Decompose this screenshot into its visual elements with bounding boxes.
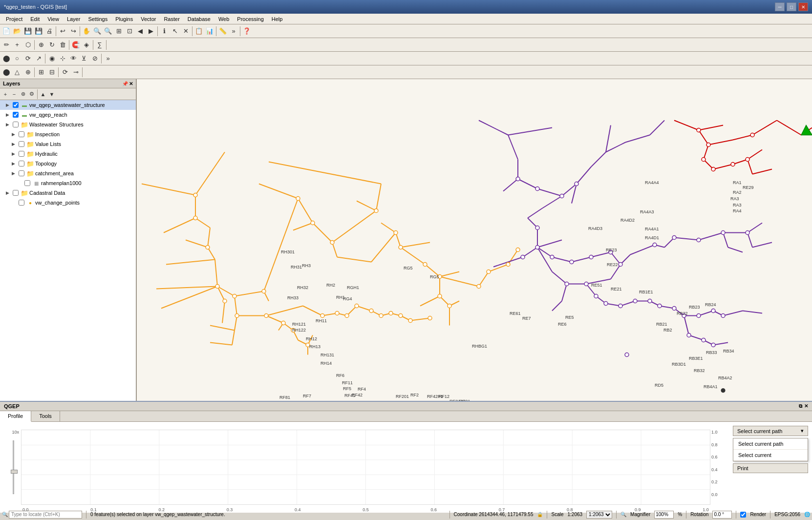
map-canvas[interactable]: RH301 RH31 RH3 RH2 RH1 RH32 RH33 RGH1 RG… xyxy=(137,79,812,401)
digitize-btn[interactable]: ✏ xyxy=(1,40,12,50)
help-btn[interactable]: ❓ xyxy=(241,26,252,37)
snap-toggle[interactable]: ◉ xyxy=(46,53,57,64)
more-btn[interactable]: » xyxy=(228,26,239,37)
layer-item-wastewater-structures-folder[interactable]: ▶ 📁 Wastewater Structures xyxy=(0,120,136,129)
layer-item-cadastral[interactable]: ▶ 📁 Cadastral Data xyxy=(0,188,136,198)
zoom-slider[interactable] xyxy=(10,440,17,494)
adv-btn5[interactable]: ⊟ xyxy=(46,67,57,78)
layer-visibility-checkbox[interactable] xyxy=(19,151,24,157)
print-button[interactable]: Print xyxy=(733,463,808,473)
layer-item-catchment[interactable]: ▶ 📁 catchment_area xyxy=(0,168,136,178)
remove-layer-btn[interactable]: − xyxy=(10,90,19,99)
expand-icon[interactable]: ▶ xyxy=(6,103,12,107)
layer-item-value-lists[interactable]: ▶ 📁 Value Lists xyxy=(0,139,136,149)
menu-edit[interactable]: Edit xyxy=(26,15,43,23)
menu-view[interactable]: View xyxy=(43,15,63,23)
expand-icon[interactable]: ▶ xyxy=(12,151,18,156)
eye-toggle[interactable]: 👁 xyxy=(68,53,79,64)
menu-plugins[interactable]: Plugins xyxy=(111,15,137,23)
close-button[interactable]: ✕ xyxy=(798,2,808,11)
layer-visibility-checkbox[interactable] xyxy=(19,161,24,166)
more-tools-btn[interactable]: » xyxy=(103,53,113,64)
maximize-button[interactable]: □ xyxy=(787,2,796,11)
zoom-layer-btn[interactable]: ⊡ xyxy=(124,26,135,37)
menu-processing[interactable]: Processing xyxy=(233,15,267,23)
menu-settings[interactable]: Settings xyxy=(84,15,111,23)
menu-layer[interactable]: Layer xyxy=(63,15,85,23)
minimize-button[interactable]: ─ xyxy=(775,2,785,11)
field-calc-btn[interactable]: ∑ xyxy=(94,40,105,50)
edit-node-btn[interactable]: ⬡ xyxy=(22,40,33,50)
menu-vector[interactable]: Vector xyxy=(137,15,160,23)
move-btn[interactable]: ⊕ xyxy=(36,40,46,50)
save-project-btn[interactable]: 💾 xyxy=(22,26,33,37)
adv-btn4[interactable]: ⊞ xyxy=(36,67,46,78)
qgep-panel-float-icon[interactable]: ⧉ xyxy=(799,403,802,409)
redo-btn[interactable]: ↪ xyxy=(68,26,79,37)
snap-btn[interactable]: 🧲 xyxy=(70,40,81,50)
move-layer-down-btn[interactable]: ▼ xyxy=(47,90,56,99)
qgep-btn3[interactable]: ⟳ xyxy=(22,53,33,64)
expand-icon[interactable]: ▶ xyxy=(6,122,12,127)
identify-btn[interactable]: ℹ xyxy=(159,26,170,37)
open-project-btn[interactable]: 📂 xyxy=(12,26,22,37)
delete-btn[interactable]: 🗑 xyxy=(57,40,68,50)
adv-btn2[interactable]: △ xyxy=(12,67,22,78)
zoom-next-btn[interactable]: ▶ xyxy=(146,26,156,37)
zoom-out-btn[interactable]: 🔍 xyxy=(103,26,113,37)
layers-close-icon[interactable]: ✕ xyxy=(129,81,133,86)
tab-profile[interactable]: Profile xyxy=(0,411,31,422)
expand-icon[interactable]: ▶ xyxy=(6,190,12,195)
adv-btn3[interactable]: ⊕ xyxy=(22,67,33,78)
menu-help[interactable]: Help xyxy=(268,15,287,23)
expand-icon[interactable]: ▶ xyxy=(12,161,18,166)
new-project-btn[interactable]: 📄 xyxy=(1,26,12,37)
adv-btn1[interactable]: ⬤ xyxy=(1,67,12,78)
layer-item-rahmenplan[interactable]: ▶ ▦ rahmenplan1000 xyxy=(0,178,136,188)
layer-visibility-checkbox[interactable] xyxy=(19,141,24,147)
menu-project[interactable]: Project xyxy=(2,15,26,23)
tab-tools[interactable]: Tools xyxy=(31,411,60,421)
layer-item-reach[interactable]: ▶ ▬ vw_qgep_reach xyxy=(0,110,136,120)
qgep-btn4[interactable]: ↗ xyxy=(33,53,44,64)
expand-icon[interactable]: ▶ xyxy=(12,132,18,137)
layer-visibility-checkbox[interactable] xyxy=(19,131,24,137)
filter-layer-btn[interactable]: ⊛ xyxy=(19,90,27,99)
menu-database[interactable]: Database xyxy=(184,15,214,23)
statistics-btn[interactable]: 📊 xyxy=(204,26,215,37)
measure-btn[interactable]: 📏 xyxy=(217,26,228,37)
layer-item-topology[interactable]: ▶ 📁 Topology xyxy=(0,159,136,168)
deselect-btn[interactable]: ✕ xyxy=(180,26,191,37)
cancel-toggle[interactable]: ⊘ xyxy=(89,53,100,64)
layer-visibility-checkbox[interactable] xyxy=(13,102,19,108)
layer-visibility-checkbox[interactable] xyxy=(19,170,24,176)
topology-btn[interactable]: ◈ xyxy=(81,40,92,50)
adv-btn7[interactable]: ⊸ xyxy=(70,67,81,78)
save-as-btn[interactable]: 💾 xyxy=(33,26,44,37)
add-layer-btn[interactable]: + xyxy=(1,90,10,99)
settings-layer-btn[interactable]: ⚙ xyxy=(27,90,36,99)
move-layer-up-btn[interactable]: ▲ xyxy=(39,90,47,99)
dropdown-item-select-path[interactable]: Select current path xyxy=(733,438,808,450)
expand-icon[interactable]: ▶ xyxy=(6,112,12,117)
zoom-prev-btn[interactable]: ◀ xyxy=(135,26,146,37)
expand-icon[interactable]: ▶ xyxy=(12,142,18,146)
layer-item-wastewater-structure[interactable]: ▶ ▬ vw_qgep_wastewater_structure xyxy=(0,100,136,110)
layer-item-change-points[interactable]: ▶ ● vw_change_points xyxy=(0,198,136,208)
select-current-path-main-btn[interactable]: Select current path ▾ xyxy=(733,426,808,436)
layer-item-inspection[interactable]: ▶ 📁 Inspection xyxy=(0,129,136,139)
menu-raster[interactable]: Raster xyxy=(160,15,183,23)
attributes-table-btn[interactable]: 📋 xyxy=(193,26,204,37)
zoom-in-btn[interactable]: 🔍 xyxy=(92,26,103,37)
cursor-toggle[interactable]: ⊹ xyxy=(57,53,68,64)
layer-item-hydraulic[interactable]: ▶ 📁 Hydraulic xyxy=(0,149,136,159)
layer-visibility-checkbox[interactable] xyxy=(24,180,30,186)
menu-web[interactable]: Web xyxy=(214,15,233,23)
rotate-btn[interactable]: ↻ xyxy=(46,40,57,50)
select-btn[interactable]: ↖ xyxy=(170,26,180,37)
undo-btn[interactable]: ↩ xyxy=(57,26,68,37)
layer-visibility-checkbox[interactable] xyxy=(19,200,24,206)
layer-visibility-checkbox[interactable] xyxy=(13,122,19,127)
slider-thumb[interactable] xyxy=(11,470,18,474)
filter-toggle[interactable]: ⊻ xyxy=(79,53,89,64)
